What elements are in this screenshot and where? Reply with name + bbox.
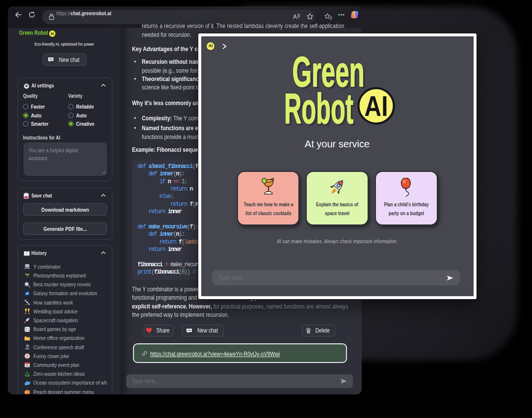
svg-text:31: 31 <box>26 364 28 367</box>
svg-text:AI: AI <box>365 90 388 122</box>
svg-text:Robot: Robot <box>284 84 353 133</box>
